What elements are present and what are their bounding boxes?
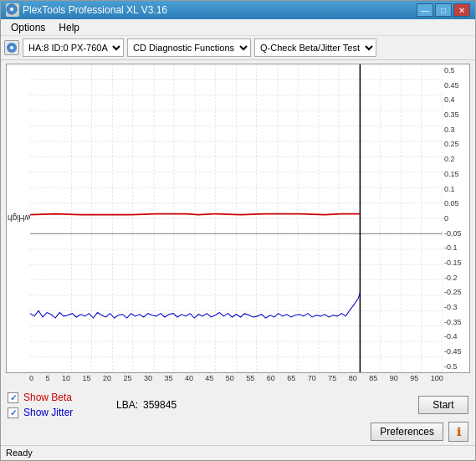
y-axis-right: 0.5 0.45 0.4 0.35 0.3 0.25 0.2 0.15 0.1 …: [443, 64, 469, 372]
info-button[interactable]: ℹ: [448, 422, 468, 442]
preferences-row: Preferences ℹ: [1, 420, 475, 445]
window-title: PlexTools Professional XL V3.16: [23, 4, 417, 16]
chart-area: High Low: [1, 60, 475, 388]
menu-options[interactable]: Options: [4, 20, 52, 35]
status-bar: Ready: [1, 445, 475, 460]
maximize-button[interactable]: □: [435, 3, 452, 17]
minimize-button[interactable]: —: [417, 3, 433, 17]
show-beta-label: Show Beta: [23, 392, 72, 403]
show-beta-row: Show Beta: [8, 392, 108, 403]
x-axis: 0 5 10 15 20 25 30 35 40 45 50 55 60 65 …: [29, 373, 443, 387]
toolbar: HA:8 ID:0 PX-760A CD Diagnostic Function…: [1, 36, 475, 60]
right-buttons: Start: [418, 396, 468, 414]
lba-value: 359845: [143, 399, 177, 411]
title-bar: PlexTools Professional XL V3.16 — □ ✕: [1, 1, 475, 19]
drive-icon: [4, 40, 19, 55]
y-axis-left: High Low: [7, 64, 30, 372]
test-select[interactable]: Q-Check Beta/Jitter Test: [254, 38, 376, 57]
show-jitter-label: Show Jitter: [23, 407, 73, 418]
bottom-controls: Show Beta Show Jitter LBA: 359845 Start: [1, 388, 475, 420]
svg-point-1: [10, 8, 13, 11]
y-high-label: High: [8, 214, 25, 223]
close-button[interactable]: ✕: [453, 3, 470, 17]
app-icon: [6, 3, 19, 17]
menu-help[interactable]: Help: [52, 20, 86, 35]
lba-display: LBA: 359845: [108, 399, 418, 411]
show-beta-checkbox[interactable]: [8, 392, 18, 403]
function-select[interactable]: CD Diagnostic Functions: [127, 38, 251, 57]
main-window: PlexTools Professional XL V3.16 — □ ✕ Op…: [0, 0, 476, 461]
show-jitter-checkbox[interactable]: [8, 407, 18, 418]
start-button[interactable]: Start: [418, 396, 468, 414]
svg-point-3: [10, 46, 13, 49]
lba-label: LBA:: [116, 399, 138, 411]
window-controls: — □ ✕: [417, 3, 470, 17]
chart-container: High Low: [6, 64, 470, 373]
checkboxes-panel: Show Beta Show Jitter: [8, 392, 108, 418]
drive-select[interactable]: HA:8 ID:0 PX-760A: [23, 38, 124, 57]
preferences-button[interactable]: Preferences: [371, 423, 443, 441]
show-jitter-row: Show Jitter: [8, 407, 108, 418]
chart-plot: [30, 64, 443, 372]
status-text: Ready: [6, 448, 33, 458]
menu-bar: Options Help: [1, 19, 475, 36]
